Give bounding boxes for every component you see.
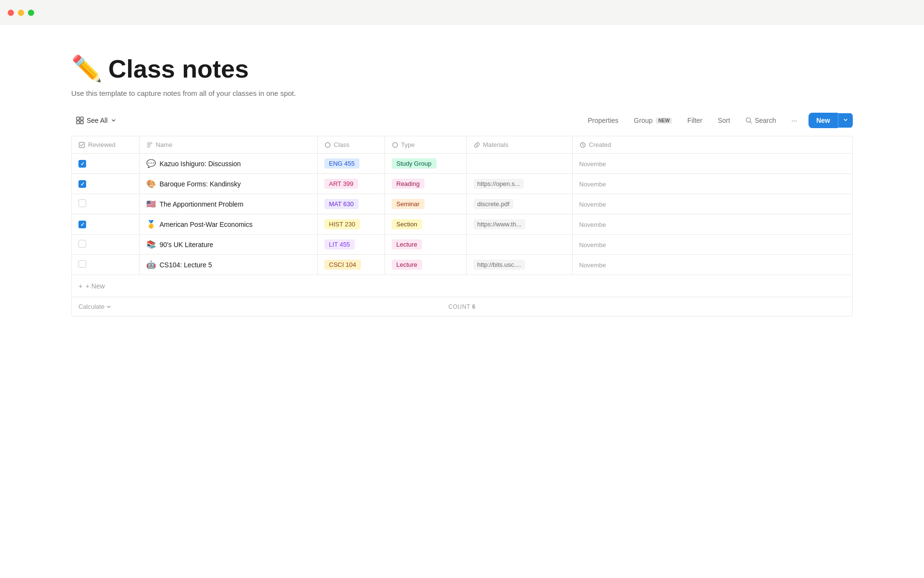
main-content: ✏️ Class notes Use this template to capt… bbox=[0, 25, 924, 336]
sort-label: Sort bbox=[718, 117, 730, 124]
page-description: Use this template to capture notes from … bbox=[71, 89, 853, 97]
reviewed-checkbox[interactable] bbox=[78, 221, 86, 228]
col-header-reviewed[interactable]: Reviewed bbox=[72, 136, 139, 154]
type-badge: Section bbox=[392, 219, 422, 229]
minimize-button[interactable] bbox=[18, 10, 24, 16]
class-cell[interactable]: ART 399 bbox=[317, 174, 385, 194]
new-button[interactable]: New bbox=[808, 113, 838, 128]
toolbar-left: See All bbox=[71, 114, 121, 127]
col-header-type[interactable]: Type bbox=[385, 136, 466, 154]
name-cell[interactable]: 🥇American Post-War Economics bbox=[139, 214, 317, 235]
footer-wrapper: Calculate COUNT 6 bbox=[78, 303, 846, 310]
class-cell[interactable]: ENG 455 bbox=[317, 154, 385, 174]
created-text: Novembe bbox=[579, 241, 606, 249]
materials-cell[interactable] bbox=[466, 235, 572, 255]
class-cell[interactable]: LIT 455 bbox=[317, 235, 385, 255]
add-new-button[interactable]: + + New bbox=[78, 280, 105, 292]
chevron-down-icon bbox=[106, 304, 111, 309]
reviewed-checkbox[interactable] bbox=[78, 160, 86, 168]
class-cell[interactable]: CSCI 104 bbox=[317, 255, 385, 275]
group-button[interactable]: Group NEW bbox=[630, 114, 676, 127]
class-cell[interactable]: HIST 230 bbox=[317, 214, 385, 235]
col-header-name[interactable]: Name bbox=[139, 136, 317, 154]
reviewed-cell bbox=[72, 235, 139, 255]
materials-cell[interactable]: https://www.th... bbox=[466, 214, 572, 235]
name-cell[interactable]: 📚90's UK Literature bbox=[139, 235, 317, 255]
reviewed-checkbox[interactable] bbox=[78, 199, 86, 207]
materials-cell[interactable]: discrete.pdf bbox=[466, 194, 572, 214]
header-row: Reviewed Name bbox=[72, 136, 852, 154]
close-button[interactable] bbox=[8, 10, 14, 16]
checkbox-icon bbox=[78, 142, 85, 148]
class-badge: ART 399 bbox=[324, 179, 359, 189]
materials-link[interactable]: https://open.s... bbox=[474, 179, 524, 189]
materials-cell[interactable] bbox=[466, 154, 572, 174]
col-header-created[interactable]: Created bbox=[572, 136, 852, 154]
created-cell: Novembe bbox=[572, 174, 852, 194]
reviewed-checkbox[interactable] bbox=[78, 240, 86, 248]
search-icon bbox=[745, 117, 752, 124]
reviewed-checkbox[interactable] bbox=[78, 180, 86, 188]
table-row: 🥇American Post-War EconomicsHIST 230Sect… bbox=[72, 214, 852, 235]
new-dropdown-button[interactable] bbox=[838, 113, 853, 128]
class-badge: ENG 455 bbox=[324, 158, 359, 169]
materials-link[interactable]: discrete.pdf bbox=[474, 199, 513, 209]
type-cell[interactable]: Lecture bbox=[385, 235, 466, 255]
add-new-label: + New bbox=[86, 282, 105, 290]
reviewed-checkbox[interactable] bbox=[78, 260, 86, 268]
class-badge: HIST 230 bbox=[324, 219, 360, 229]
reviewed-cell bbox=[72, 154, 139, 174]
maximize-button[interactable] bbox=[28, 10, 34, 16]
created-cell: Novembe bbox=[572, 235, 852, 255]
materials-cell[interactable]: https://open.s... bbox=[466, 174, 572, 194]
search-button[interactable]: Search bbox=[742, 114, 780, 127]
type-badge: Seminar bbox=[392, 199, 424, 209]
materials-link[interactable]: http://bits.usc.... bbox=[474, 260, 525, 270]
name-text: Baroque Forms: Kandinsky bbox=[160, 180, 241, 188]
table-row: 📚90's UK LiteratureLIT 455LectureNovembe bbox=[72, 235, 852, 255]
properties-button[interactable]: Properties bbox=[584, 114, 622, 127]
created-text: Novembe bbox=[579, 201, 606, 208]
type-cell[interactable]: Lecture bbox=[385, 255, 466, 275]
filter-label: Filter bbox=[687, 117, 702, 124]
col-header-class[interactable]: Class bbox=[317, 136, 385, 154]
type-cell[interactable]: Study Group bbox=[385, 154, 466, 174]
clock-icon bbox=[579, 142, 586, 148]
materials-cell[interactable]: http://bits.usc.... bbox=[466, 255, 572, 275]
materials-link[interactable]: https://www.th... bbox=[474, 219, 526, 229]
calculate-button[interactable]: Calculate bbox=[78, 303, 111, 310]
sort-button[interactable]: Sort bbox=[714, 114, 734, 127]
name-emoji: 🤖 bbox=[146, 260, 156, 269]
svg-rect-2 bbox=[77, 121, 79, 124]
name-cell[interactable]: 🎨Baroque Forms: Kandinsky bbox=[139, 174, 317, 194]
chevron-down-icon bbox=[111, 118, 116, 123]
name-cell[interactable]: 🤖CS104: Lecture 5 bbox=[139, 255, 317, 275]
created-cell: Novembe bbox=[572, 194, 852, 214]
class-cell[interactable]: MAT 630 bbox=[317, 194, 385, 214]
see-all-button[interactable]: See All bbox=[71, 114, 121, 127]
more-button[interactable]: ··· bbox=[788, 114, 801, 127]
type-col-label: Type bbox=[401, 141, 415, 148]
titlebar bbox=[0, 0, 924, 25]
page-title: ✏️ Class notes bbox=[71, 54, 853, 83]
type-cell[interactable]: Section bbox=[385, 214, 466, 235]
name-emoji: 🎨 bbox=[146, 179, 156, 188]
name-cell[interactable]: 💬Kazuo Ishiguro: Discussion bbox=[139, 154, 317, 174]
type-cell[interactable]: Reading bbox=[385, 174, 466, 194]
title-emoji: ✏️ bbox=[71, 54, 103, 83]
name-emoji: 💬 bbox=[146, 159, 156, 168]
reviewed-cell bbox=[72, 174, 139, 194]
group-label: Group bbox=[634, 117, 653, 124]
name-text: The Apportionment Problem bbox=[160, 200, 244, 208]
name-emoji: 🇺🇸 bbox=[146, 199, 156, 209]
type-cell[interactable]: Seminar bbox=[385, 194, 466, 214]
svg-point-7 bbox=[393, 143, 398, 147]
filter-button[interactable]: Filter bbox=[683, 114, 706, 127]
created-text: Novembe bbox=[579, 181, 606, 188]
name-cell[interactable]: 🇺🇸The Apportionment Problem bbox=[139, 194, 317, 214]
link-icon bbox=[474, 142, 480, 148]
col-header-materials[interactable]: Materials bbox=[466, 136, 572, 154]
new-button-container: New bbox=[808, 113, 853, 128]
title-text: Class notes bbox=[108, 54, 249, 83]
table-row: 🎨Baroque Forms: KandinskyART 399Readingh… bbox=[72, 174, 852, 194]
